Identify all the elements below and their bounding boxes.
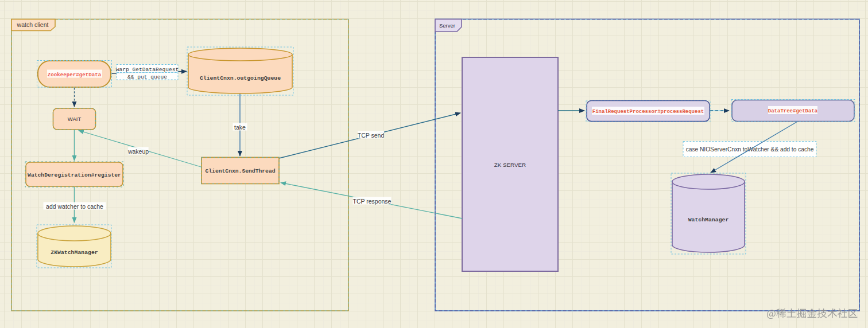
svg-text:ClientCnxn.outgoingQueue: ClientCnxn.outgoingQueue (200, 75, 281, 81)
svg-text:ZKWatchManager: ZKWatchManager (51, 249, 98, 256)
svg-text:FinalRequestProcessor#processR: FinalRequestProcessor#processRequest (592, 109, 704, 115)
svg-text:TCP response: TCP response (353, 198, 392, 205)
svg-text:TCP send: TCP send (358, 132, 385, 139)
svg-text:take: take (234, 124, 246, 131)
svg-text:&& put queue: && put queue (127, 74, 167, 80)
svg-text:WatchManager: WatchManager (688, 217, 729, 223)
svg-text:ClientCnxn.SendThread: ClientCnxn.SendThread (205, 168, 275, 174)
svg-text:WAIT: WAIT (68, 116, 82, 122)
svg-text:ZK SERVER: ZK SERVER (494, 162, 526, 168)
svg-text:wakeup: wakeup (127, 148, 149, 155)
svg-text:watch client: watch client (17, 21, 49, 28)
svg-text:warp GetDataRequest: warp GetDataRequest (116, 67, 179, 73)
svg-text:DataTree#getData: DataTree#getData (768, 108, 818, 114)
svg-text:Zookeeper#getData: Zookeeper#getData (48, 72, 102, 78)
svg-text:Server: Server (439, 22, 455, 29)
svg-text:add watcher to cache: add watcher to cache (46, 203, 103, 210)
svg-text:WatchDeregistration#register: WatchDeregistration#register (28, 172, 121, 178)
